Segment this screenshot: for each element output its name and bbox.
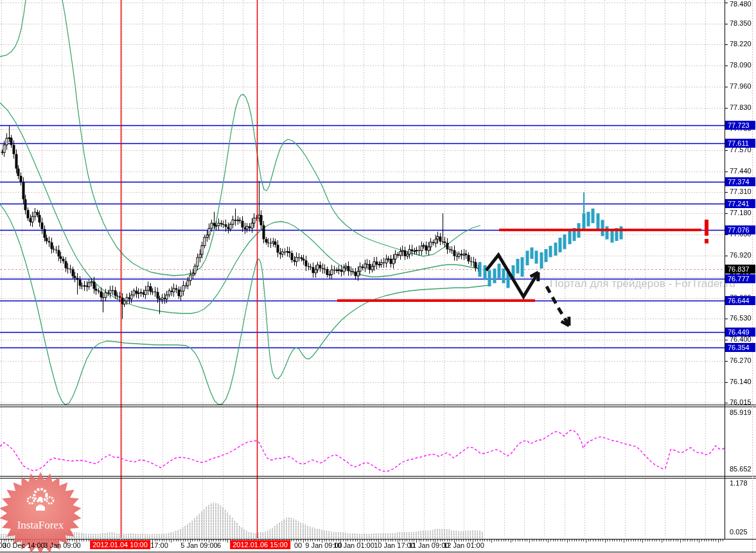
vline-date-badge: 2012.01.06 15:00 bbox=[230, 540, 290, 549]
price-tick-label: 77.830 bbox=[730, 103, 752, 112]
level-price-badge: 77.241 bbox=[725, 199, 755, 208]
volume-min-label: 0.025 bbox=[730, 528, 748, 536]
price-tick-label: 78.350 bbox=[730, 19, 752, 28]
level-price-badge: 76.644 bbox=[725, 296, 755, 305]
price-tick-label: 76.015 bbox=[730, 398, 752, 407]
time-tick-label: 10 Jan 01:00 bbox=[333, 541, 374, 549]
price-tick-label: 77.440 bbox=[730, 167, 752, 175]
main-chart-canvas[interactable] bbox=[0, 0, 756, 553]
time-tick-label: 17:00 bbox=[150, 541, 168, 549]
time-tick-label: 6 bbox=[217, 541, 221, 549]
time-tick-label: 12 Jan 01:00 bbox=[443, 541, 484, 549]
logo-wordmark: InstaForex bbox=[17, 519, 64, 531]
level-price-badge: 77.611 bbox=[725, 139, 755, 148]
price-tick-label: 77.180 bbox=[730, 209, 752, 217]
instaforex-logo: InstaForex bbox=[0, 471, 84, 553]
price-tick-label: 76.920 bbox=[730, 251, 752, 259]
price-tick-label: 78.090 bbox=[730, 61, 752, 69]
price-tick-label: 78.480 bbox=[730, 0, 752, 8]
current-price-badge: 76.837 bbox=[725, 265, 755, 274]
time-tick-label: 00 bbox=[294, 541, 302, 549]
time-tick-label: 30 Dec 14:00 bbox=[3, 541, 44, 549]
momentum-max-label: 85.919 bbox=[730, 408, 752, 417]
level-price-badge: 76.777 bbox=[725, 274, 755, 283]
level-price-badge: 77.076 bbox=[725, 225, 755, 234]
price-tick-label: 77.960 bbox=[730, 82, 752, 91]
time-tick-label: 5 Jan 09:00 bbox=[180, 541, 218, 549]
level-price-badge: 76.354 bbox=[725, 343, 755, 352]
time-tick-label: 3 Jan 09:00 bbox=[44, 541, 81, 549]
volume-max-label: 1.178 bbox=[730, 479, 748, 487]
level-price-badge: 77.374 bbox=[725, 177, 755, 186]
level-price-badge: 76.449 bbox=[725, 328, 755, 337]
level-price-badge: 77.723 bbox=[725, 121, 755, 130]
vline-date-badge: 2012.01.04 10:00 bbox=[90, 540, 150, 549]
price-tick-label: 76.140 bbox=[730, 378, 752, 386]
momentum-min-label: 85.652 bbox=[730, 465, 752, 473]
price-tick-label: 76.270 bbox=[730, 356, 752, 365]
price-tick-label: 76.530 bbox=[730, 314, 752, 322]
trading-chart-window: InstaForex 78.48078.35078.22078.09077.96… bbox=[0, 0, 756, 553]
price-tick-label: 78.220 bbox=[730, 40, 752, 48]
price-tick-label: 77.310 bbox=[730, 188, 752, 196]
